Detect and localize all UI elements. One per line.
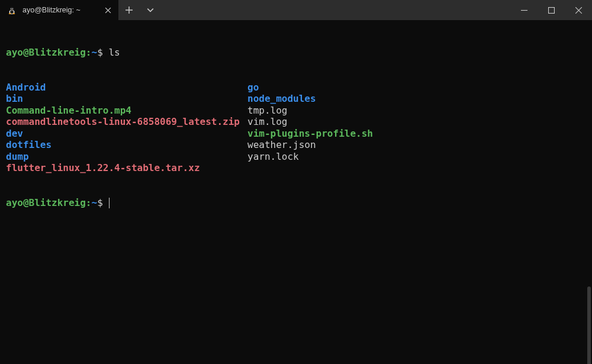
- tab-title: ayo@Blitzkreig: ~: [22, 6, 97, 14]
- prompt-line-2: ayo@Blitzkreig:~$: [6, 197, 586, 209]
- prompt-dollar: $: [97, 47, 103, 58]
- cursor: [109, 198, 110, 208]
- svg-point-8: [12, 13, 15, 14]
- command-text: ls: [108, 47, 120, 58]
- minimize-button[interactable]: [510, 0, 538, 20]
- ls-entry: dump: [6, 151, 247, 163]
- tux-icon: [7, 5, 17, 15]
- ls-column-2: gonode_modulestmp.logvim.logvim-plugins-…: [247, 82, 586, 174]
- new-tab-button[interactable]: [118, 0, 140, 20]
- prompt-user-host: ayo@Blitzkreig: [6, 47, 86, 58]
- ls-entry: yarn.lock: [247, 151, 586, 163]
- ls-entry: vim.log: [247, 116, 586, 128]
- svg-point-6: [12, 9, 13, 9]
- ls-entry: dotfiles: [6, 139, 247, 151]
- titlebar: ayo@Blitzkreig: ~: [0, 0, 592, 20]
- prompt-line-1: ayo@Blitzkreig:~$ ls: [6, 47, 586, 59]
- ls-entry: commandlinetools-linux-6858069_latest.zi…: [6, 116, 247, 128]
- maximize-button[interactable]: [538, 0, 565, 20]
- ls-column-1: AndroidbinCommand-line-intro.mp4commandl…: [6, 82, 247, 174]
- svg-rect-9: [548, 7, 554, 13]
- scrollbar[interactable]: [587, 286, 591, 364]
- ls-entry: Android: [6, 82, 247, 94]
- close-window-button[interactable]: [565, 0, 592, 20]
- tab-close-button[interactable]: [103, 5, 112, 15]
- terminal-content[interactable]: ayo@Blitzkreig:~$ ls AndroidbinCommand-l…: [0, 20, 592, 364]
- window-controls: [510, 0, 592, 20]
- svg-point-5: [11, 9, 12, 9]
- ls-entry: dev: [6, 128, 247, 140]
- svg-point-7: [9, 13, 11, 14]
- ls-entry: weather.json: [247, 139, 586, 151]
- terminal-tab[interactable]: ayo@Blitzkreig: ~: [0, 0, 118, 20]
- ls-entry: node_modules: [247, 93, 586, 105]
- tab-dropdown-button[interactable]: [140, 0, 161, 20]
- ls-entry: Command-line-intro.mp4: [6, 105, 247, 117]
- ls-entry: flutter_linux_1.22.4-stable.tar.xz: [6, 162, 247, 174]
- ls-entry: go: [247, 82, 586, 94]
- ls-entry: bin: [6, 93, 247, 105]
- ls-entry: vim-plugins-profile.sh: [247, 128, 586, 140]
- ls-output: AndroidbinCommand-line-intro.mp4commandl…: [6, 82, 586, 174]
- ls-entry: tmp.log: [247, 105, 586, 117]
- prompt-path: ~: [92, 47, 98, 58]
- titlebar-left: ayo@Blitzkreig: ~: [0, 0, 161, 20]
